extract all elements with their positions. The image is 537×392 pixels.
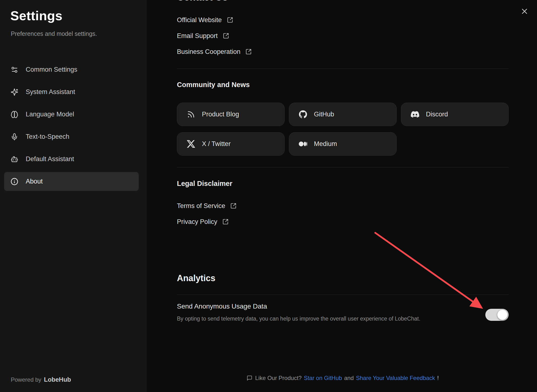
sidebar-item-label: Text-to-Speech (26, 133, 69, 140)
sidebar-item-system-assistant[interactable]: System Assistant (4, 82, 139, 101)
feedback-link[interactable]: Share Your Valuable Feedback (356, 375, 435, 381)
community-buttons: Product Blog GitHub Discord X / Twitter (177, 103, 509, 156)
external-link-icon (230, 203, 237, 209)
sidebar-item-label: About (26, 178, 43, 185)
usage-data-label: Send Anonymous Usage Data (177, 303, 267, 310)
terms-of-service-link[interactable]: Terms of Service (177, 201, 237, 211)
sidebar-item-label: Language Model (26, 111, 74, 118)
discord-button[interactable]: Discord (401, 103, 509, 126)
contact-heading: Contact Us (177, 0, 228, 3)
star-on-github-link[interactable]: Star on GitHub (304, 375, 342, 381)
powered-by-label: Powered by (11, 376, 41, 383)
button-label: GitHub (314, 111, 334, 118)
email-support-link[interactable]: Email Support (177, 31, 229, 41)
close-button[interactable] (520, 7, 529, 16)
footer-text: Like Our Product? (255, 375, 301, 381)
usage-data-toggle[interactable] (485, 309, 509, 321)
sidebar: Settings Preferences and model settings.… (0, 0, 146, 392)
about-panel: Contact Us Official Website Email Suppor… (146, 0, 537, 392)
x-icon (187, 140, 195, 148)
sidebar-item-label: Common Settings (26, 66, 77, 73)
red-arrow-annotation (372, 228, 493, 317)
sidebar-item-label: Default Assistant (26, 155, 74, 163)
external-link-icon (245, 49, 252, 55)
message-icon (247, 375, 252, 381)
link-label: Email Support (177, 32, 218, 40)
sidebar-item-label: System Assistant (26, 88, 75, 96)
medium-button[interactable]: Medium (289, 132, 397, 156)
github-icon (299, 110, 307, 119)
mic-icon (11, 133, 18, 141)
sliders-icon (11, 66, 18, 74)
usage-data-description: By opting to send telemetry data, you ca… (177, 316, 420, 322)
settings-window: Settings Preferences and model settings.… (0, 0, 537, 392)
page-subtitle: Preferences and model settings. (11, 30, 97, 37)
github-button[interactable]: GitHub (289, 103, 397, 126)
product-blog-button[interactable]: Product Blog (177, 103, 285, 126)
sidebar-item-common-settings[interactable]: Common Settings (4, 60, 139, 79)
community-heading: Community and News (177, 81, 250, 89)
divider (177, 69, 509, 69)
discord-icon (411, 110, 419, 119)
link-label: Terms of Service (177, 202, 225, 210)
sidebar-item-text-to-speech[interactable]: Text-to-Speech (4, 127, 139, 146)
analytics-heading: Analytics (177, 273, 215, 283)
legal-heading: Legal Disclaimer (177, 180, 232, 188)
button-label: Medium (314, 140, 337, 148)
sidebar-item-about[interactable]: About (4, 172, 139, 191)
powered-by: Powered by LobeHub (11, 376, 71, 383)
page-footer: Like Our Product? Star on GitHub and Sha… (177, 375, 509, 381)
link-label: Official Website (177, 16, 222, 24)
x-twitter-button[interactable]: X / Twitter (177, 132, 285, 156)
privacy-policy-link[interactable]: Privacy Policy (177, 217, 229, 227)
link-label: Business Cooperation (177, 48, 240, 56)
sidebar-nav: Common Settings System Assistant Languag… (4, 60, 139, 191)
sidebar-item-language-model[interactable]: Language Model (4, 105, 139, 124)
business-cooperation-link[interactable]: Business Cooperation (177, 47, 252, 57)
footer-text: ! (437, 375, 439, 381)
divider (177, 167, 509, 167)
button-label: X / Twitter (202, 140, 231, 148)
button-label: Product Blog (202, 111, 239, 118)
sidebar-item-default-assistant[interactable]: Default Assistant (4, 150, 139, 169)
rss-icon (187, 110, 195, 119)
external-link-icon (223, 33, 229, 39)
info-icon (11, 178, 18, 185)
footer-text: and (344, 375, 354, 381)
brain-icon (11, 111, 18, 118)
medium-icon (299, 140, 307, 148)
external-link-icon (222, 219, 229, 225)
close-icon (520, 7, 529, 16)
sparkles-icon (11, 88, 18, 96)
official-website-link[interactable]: Official Website (177, 15, 233, 25)
toggle-knob (497, 310, 507, 320)
divider (177, 295, 509, 295)
bot-icon (11, 155, 18, 163)
external-link-icon (227, 17, 233, 23)
button-label: Discord (426, 111, 448, 118)
link-label: Privacy Policy (177, 218, 217, 226)
page-title: Settings (10, 8, 62, 23)
lobehub-logo[interactable]: LobeHub (44, 376, 71, 383)
